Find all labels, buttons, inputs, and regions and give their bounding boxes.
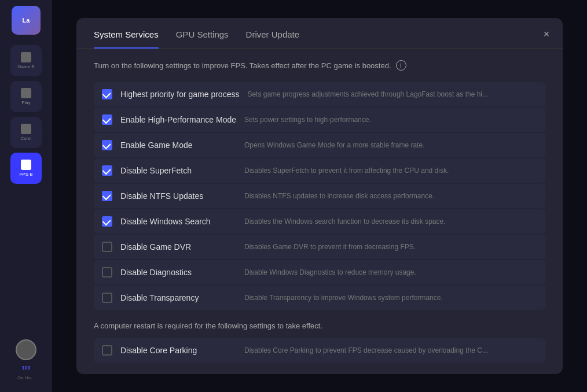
setting-row-core-parking: Disable Core ParkingDisables Core Parkin… [94, 338, 545, 363]
setting-name-highest-priority: Highest priority for game process [120, 90, 239, 99]
app-logo: La [12, 6, 41, 35]
sidebar-bottom: 100 On Ho... [16, 339, 36, 386]
tab-gpu-settings[interactable]: GPU Settings [176, 29, 229, 49]
setting-name-game-mode: Enable Game Mode [120, 140, 236, 150]
checkbox-game-dvr[interactable] [102, 242, 112, 252]
checkbox-high-performance[interactable] [102, 114, 112, 125]
checkbox-core-parking[interactable] [102, 345, 112, 356]
setting-desc-highest-priority: Sets game progress adjustments achieved … [247, 90, 537, 98]
checkbox-superfetch[interactable] [102, 165, 112, 176]
setting-row-ntfs-updates: Disable NTFS UpdatesDisables NTFS update… [94, 184, 545, 208]
modal-overlay: × System Services GPU Settings Driver Up… [52, 0, 587, 392]
checkbox-diagnostics[interactable] [102, 267, 112, 278]
setting-name-game-dvr: Disable Game DVR [120, 242, 236, 252]
setting-desc-core-parking: Disables Core Parking to prevent FPS dec… [244, 346, 537, 354]
tab-bar: System Services GPU Settings Driver Upda… [76, 18, 563, 49]
play-icon [21, 88, 31, 98]
checkbox-windows-search[interactable] [102, 216, 112, 227]
tab-system-services[interactable]: System Services [94, 29, 159, 49]
setting-row-superfetch: Disable SuperFetchDisables SuperFetch to… [94, 158, 545, 183]
tab-driver-update[interactable]: Driver Update [246, 29, 300, 49]
info-icon: i [396, 60, 406, 71]
game-boost-icon [21, 52, 31, 62]
setting-desc-windows-search: Disables the Windows search function to … [244, 217, 537, 225]
setting-row-diagnostics: Disable DiagnosticsDisable Windows Diagn… [94, 260, 545, 284]
sidebar-item-label: Conn [20, 136, 31, 141]
logo-text: La [23, 17, 30, 24]
setting-name-core-parking: Disable Core Parking [120, 346, 236, 355]
sidebar-item-game-boost[interactable]: Game B [10, 45, 42, 76]
sidebar-item-fps-boost[interactable]: FPS B [10, 153, 42, 184]
fps-boost-icon [21, 160, 31, 170]
setting-name-transparency: Disable Transparency [120, 293, 236, 302]
close-button[interactable]: × [538, 26, 555, 42]
sidebar-item-label: FPS B [19, 172, 32, 177]
setting-desc-game-dvr: Disables Game DVR to prevent it from dec… [244, 243, 537, 251]
setting-desc-ntfs-updates: Disables NTFS updates to increase disk a… [244, 192, 537, 200]
setting-name-superfetch: Disable SuperFetch [120, 166, 236, 175]
setting-name-ntfs-updates: Disable NTFS Updates [120, 191, 236, 201]
setting-row-high-performance: Enable High-Performance ModeSets power s… [94, 108, 545, 132]
settings-list: Highest priority for game processSets ga… [94, 82, 545, 310]
checkbox-ntfs-updates[interactable] [102, 191, 112, 201]
setting-row-game-mode: Enable Game ModeOpens Windows Game Mode … [94, 133, 545, 157]
sidebar-item-play[interactable]: Play [10, 81, 42, 112]
setting-row-game-dvr: Disable Game DVRDisables Game DVR to pre… [94, 235, 545, 259]
setting-desc-game-mode: Opens Windows Game Mode for a more stabl… [244, 141, 537, 149]
setting-name-windows-search: Disable Windows Search [120, 217, 236, 226]
user-status: On Ho... [17, 375, 35, 380]
sidebar: La Game B Play Conn FPS B 100 On Ho... [0, 0, 52, 392]
setting-name-high-performance: Enable High-Performance Mode [120, 115, 236, 124]
sidebar-item-connection[interactable]: Conn [10, 117, 42, 148]
user-avatar[interactable] [16, 339, 36, 360]
setting-name-diagnostics: Disable Diagnostics [120, 268, 236, 277]
connection-icon [21, 124, 31, 134]
setting-row-windows-search: Disable Windows SearchDisables the Windo… [94, 209, 545, 234]
sidebar-item-label: Play [21, 100, 31, 105]
setting-row-transparency: Disable TransparencyDisable Transparency… [94, 286, 545, 310]
setting-row-highest-priority: Highest priority for game processSets ga… [94, 82, 545, 106]
setting-desc-high-performance: Sets power settings to high-performance. [244, 116, 537, 124]
modal-body: Turn on the following settings to improv… [76, 49, 563, 374]
setting-desc-superfetch: Disables SuperFetch to prevent it from a… [244, 167, 537, 175]
setting-desc-diagnostics: Disable Windows Diagnostics to reduce me… [244, 268, 537, 276]
restart-settings-list: Disable Core ParkingDisables Core Parkin… [94, 338, 545, 363]
checkbox-transparency[interactable] [102, 293, 112, 303]
sidebar-item-label: Game B [17, 64, 34, 69]
restart-note: A computer restart is required for the f… [94, 321, 545, 330]
checkbox-game-mode[interactable] [102, 140, 112, 150]
setting-desc-transparency: Disable Transparency to improve Windows … [244, 294, 537, 302]
checkbox-highest-priority[interactable] [102, 89, 112, 99]
system-services-modal: × System Services GPU Settings Driver Up… [76, 18, 563, 374]
user-points: 100 [21, 365, 30, 371]
modal-description: Turn on the following settings to improv… [94, 60, 545, 71]
